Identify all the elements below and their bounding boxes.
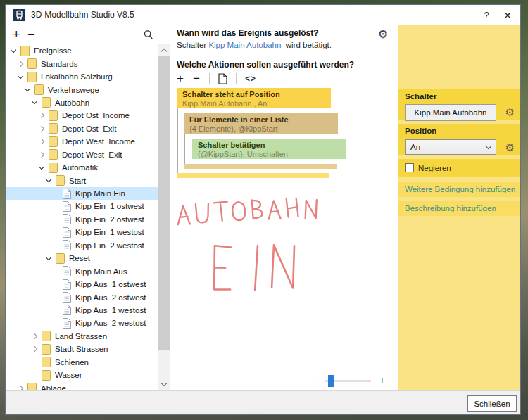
tree-item[interactable]: Kipp Ein 2 ostwest — [6, 213, 158, 226]
scrollbar-thumb[interactable] — [158, 56, 170, 350]
action-block-switch-position[interactable]: Schalter steht auf Position Kipp Main Au… — [177, 88, 331, 108]
chevron-down-icon[interactable] — [39, 163, 44, 169]
tree-item[interactable]: Kipp Main Ein — [6, 187, 158, 200]
code-view-button[interactable]: <> — [245, 74, 256, 84]
tree-item[interactable]: Lokalbahn Salzburg — [6, 70, 158, 83]
tree-item[interactable]: Ereignisse — [6, 44, 158, 57]
schalter-gear-icon[interactable]: ⚙ — [505, 106, 515, 119]
tree-item[interactable]: Depot West Exit — [6, 148, 158, 161]
folder-icon — [42, 370, 51, 381]
trigger-gear-icon[interactable]: ⚙ — [378, 27, 388, 41]
tree-item[interactable]: Depot West Income — [6, 135, 158, 148]
add-condition-link[interactable]: Weitere Bedingung hinzufügen — [405, 185, 515, 193]
tree-item[interactable]: Wasser — [6, 369, 158, 381]
position-section: Position An ⚙ — [398, 124, 520, 155]
tree-item-label: Land Strassen — [55, 332, 107, 341]
close-icon[interactable]: ✕ — [496, 5, 519, 25]
scroll-down-icon[interactable] — [158, 379, 170, 390]
tree-item[interactable]: Kipp Ein 2 westost — [6, 239, 158, 252]
folder-icon — [27, 58, 37, 69]
chevron-right-icon[interactable] — [32, 346, 37, 352]
position-gear-icon[interactable]: ⚙ — [505, 141, 515, 154]
add-description-link[interactable]: Beschreibung hinzufügen — [405, 204, 496, 212]
zoom-out-button[interactable]: − — [310, 375, 316, 386]
add-event-button[interactable]: + — [13, 26, 20, 43]
action-block-toggle-switch[interactable]: Schalter betätigen {@KippStart}, Umschal… — [192, 139, 346, 159]
tree-item[interactable]: Reset — [6, 252, 158, 265]
chevron-right-icon[interactable] — [18, 385, 23, 390]
scroll-up-icon[interactable] — [158, 45, 170, 56]
folder-icon — [34, 84, 44, 95]
tree-item-label: Kipp Aus 1 westost — [75, 306, 146, 314]
chevron-down-icon[interactable] — [11, 46, 16, 52]
negate-checkbox-row[interactable]: Negieren — [405, 163, 451, 172]
tree-item[interactable]: Autobahn — [6, 96, 158, 109]
tree-item[interactable]: Start — [6, 174, 158, 186]
tree-item[interactable]: Kipp Aus 1 westost — [6, 304, 158, 317]
folder-icon — [42, 331, 51, 341]
schalter-value-button[interactable]: Kipp Main Autobahn — [405, 104, 496, 121]
action-block-foreach-list[interactable]: Für Elemente in einer Liste {4 Elemente}… — [184, 113, 338, 134]
tree-item[interactable]: Kipp Aus 2 westost — [6, 317, 158, 329]
add-condition-strip: Weitere Bedingung hinzufügen — [398, 182, 520, 197]
zoom-in-button[interactable]: + — [379, 375, 385, 386]
tree-item[interactable]: Automatik — [6, 161, 158, 174]
tree-item-label: Kipp Ein 2 westost — [75, 241, 144, 250]
tree-item[interactable]: Verkehrswege — [6, 83, 158, 96]
tree-item-label: Depot West Exit — [62, 151, 122, 159]
chevron-down-icon[interactable] — [32, 98, 37, 104]
chevron-down-icon[interactable] — [46, 254, 51, 260]
chevron-down-icon[interactable] — [25, 86, 30, 91]
schliessen-button[interactable]: Schließen — [467, 395, 517, 412]
tree-item[interactable]: Kipp Aus 1 ostwest — [6, 278, 158, 291]
tree-item-label: Kipp Aus 2 ostwest — [75, 293, 146, 302]
chevron-down-icon — [486, 143, 491, 148]
actions-heading: Welche Aktionen sollen ausgeführt werden… — [177, 60, 354, 70]
tree-item[interactable]: Schienen — [6, 356, 158, 369]
chevron-right-icon[interactable] — [39, 113, 44, 118]
tree-item[interactable]: Standards — [6, 57, 158, 70]
folder-icon — [49, 136, 58, 147]
tree-item[interactable]: Kipp Ein 1 westost — [6, 226, 158, 238]
chevron-right-icon[interactable] — [39, 139, 44, 144]
condition-properties-panel: Schalter Kipp Main Autobahn ⚙ Position A… — [398, 25, 520, 390]
title-bar: 3D-Modellbahn Studio V8.5 ? ✕ — [6, 5, 520, 25]
negate-checkbox[interactable] — [405, 163, 414, 172]
tree-item[interactable]: Ablage — [6, 381, 158, 390]
help-button[interactable]: ? — [475, 5, 498, 25]
tree-item-label: Depot Ost Exit — [62, 125, 116, 133]
tree-item[interactable]: Depot Ost Exit — [6, 122, 158, 135]
trigger-object-link[interactable]: Kipp Main Autobahn — [208, 41, 281, 49]
tree-item[interactable]: Stadt Strassen — [6, 343, 158, 355]
tree-item[interactable]: Kipp Aus 2 ostwest — [6, 291, 158, 303]
chevron-down-icon[interactable] — [18, 72, 23, 78]
chevron-down-icon[interactable] — [46, 177, 51, 182]
zoom-slider-thumb[interactable] — [328, 375, 334, 387]
chevron-right-icon[interactable] — [18, 61, 23, 66]
document-icon — [63, 214, 71, 224]
tree-scrollbar[interactable] — [158, 44, 170, 390]
tree-item[interactable]: Land Strassen — [6, 330, 158, 343]
tree-item[interactable]: Kipp Main Aus — [6, 265, 158, 277]
action-title: Schalter betätigen — [198, 141, 341, 150]
zoom-slider[interactable] — [325, 380, 371, 382]
chevron-right-icon[interactable] — [32, 333, 37, 339]
chevron-right-icon[interactable] — [39, 151, 44, 157]
footer-bar: Schließen — [6, 390, 520, 414]
remove-action-button[interactable]: − — [193, 72, 200, 85]
tree-item[interactable]: Kipp Ein 1 ostwest — [6, 200, 158, 212]
document-icon — [63, 201, 71, 212]
toolbar-separator — [236, 73, 237, 84]
zoom-control: − + — [310, 375, 385, 386]
position-select[interactable]: An — [405, 139, 496, 155]
indent-guide — [177, 172, 331, 172]
search-icon[interactable] — [143, 30, 153, 43]
chevron-right-icon[interactable] — [39, 126, 44, 132]
add-action-button[interactable]: + — [177, 72, 184, 85]
tree-item-label: Ereignisse — [34, 46, 72, 55]
copy-page-icon[interactable] — [218, 73, 227, 84]
schalter-label: Schalter — [405, 92, 436, 101]
tree-item-label: Standards — [41, 60, 77, 68]
tree-item[interactable]: Depot Ost Income — [6, 109, 158, 122]
remove-event-button[interactable]: − — [27, 26, 35, 43]
